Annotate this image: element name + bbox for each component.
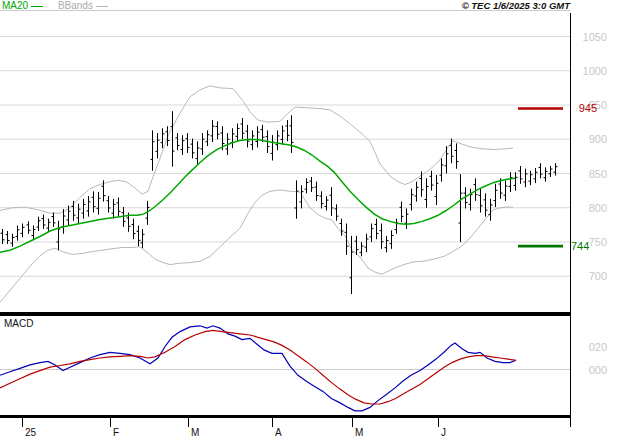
legend-bbands-label: BBands [58,0,93,11]
price-chart-canvas[interactable]: 1050100095090085080075070094574402000025… [0,0,627,440]
macd-axis-label: 020 [589,341,607,353]
macd-panel-label: MACD [4,318,33,329]
chart-window: 1050100095090085080075070094574402000025… [0,0,627,440]
time-axis-label: J [441,427,446,438]
macd-axis-label: 000 [589,364,607,376]
time-axis-label: M [191,427,199,438]
panel-separator [0,312,570,316]
time-axis-label: F [113,427,119,438]
price-axis-label: 1050 [583,31,607,43]
time-axis-label: 25 [25,427,37,438]
price-axis-label: 750 [589,236,607,248]
level-label-945: 945 [579,102,597,114]
price-axis-label: 850 [589,168,607,180]
price-axis-label: 700 [589,270,607,282]
macd-line [0,326,516,411]
bbands-line-swatch [96,6,108,7]
copyright-text: © TEC 1/6/2025 3:0 GMT [462,0,570,11]
ma20-line-swatch [31,6,43,7]
price-axis-label: 900 [589,133,607,145]
time-axis-label: M [355,427,363,438]
level-label-744: 744 [571,240,589,252]
bollinger-lower-band [0,190,513,302]
bottom-axis-bar [0,415,570,418]
legend: MA20 BBands [2,0,108,11]
price-axis-label: 1000 [583,65,607,77]
ma20-line [0,139,515,252]
legend-ma20-label: MA20 [2,0,28,11]
price-axis-label: 800 [589,202,607,214]
time-axis-label: A [275,427,282,438]
macd-signal-line [0,330,516,404]
